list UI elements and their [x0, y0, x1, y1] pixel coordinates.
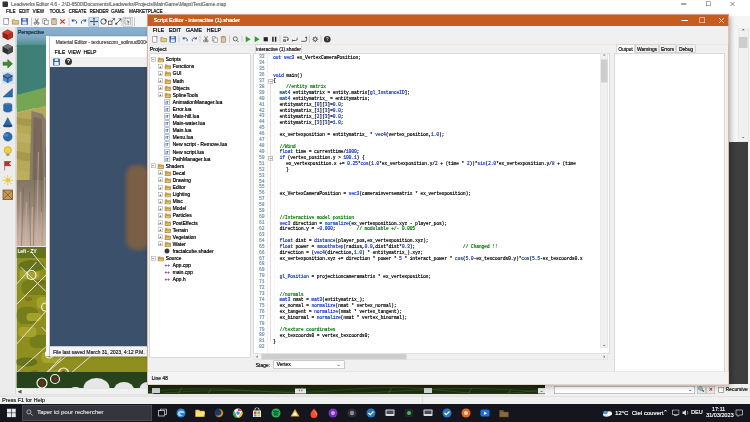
svg-text:G: G [283, 39, 286, 43]
svg-text:?: ? [326, 37, 329, 42]
